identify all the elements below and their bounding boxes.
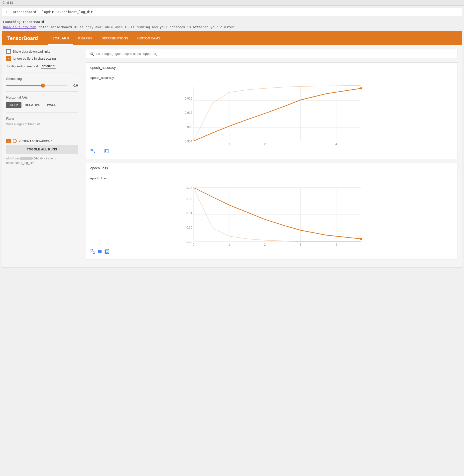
svg-text:1: 1 [229,142,230,146]
filter-bar: 🔍 [86,49,458,58]
show-download-row: Show data download links [6,49,78,54]
run-checkbox[interactable] [6,139,11,143]
svg-text:0.32: 0.32 [186,197,192,201]
tab-graphs[interactable]: GRAPHS [73,32,97,45]
run-row: 20200717-180743/train [6,139,78,143]
svg-text:4: 4 [336,142,337,146]
epoch-loss-controls [90,247,454,257]
divider-1 [6,73,78,73]
smoothing-label: Smoothing [6,77,78,81]
svg-text:0.29: 0.29 [186,240,192,244]
epoch-loss-chart: 0.29 0.30 0.31 0.32 0.33 0 1 2 3 4 [90,182,454,247]
expand-button-loss[interactable] [90,249,95,255]
svg-text:0: 0 [193,243,195,246]
search-icon: 🔍 [89,51,94,56]
svg-text:0: 0 [193,142,195,146]
ignore-outliers-checkbox[interactable] [6,56,11,61]
h-axis-label: Horizontal Axis [6,96,78,99]
tooltip-select[interactable]: default ▼ [41,64,56,69]
epoch-loss-card: epoch_loss [86,173,458,259]
runs-path: /dbfs/user/xxxxxxxx@databricks.com/tenso… [6,156,78,165]
axis-relative-button[interactable]: RELATIVE [21,102,44,108]
run-circle [13,139,17,143]
tb-body: Show data download links Ignore outliers… [2,45,462,267]
svg-text:0.904: 0.904 [185,140,192,143]
show-download-label: Show data download links [13,50,50,53]
fit-button-loss[interactable] [104,249,109,255]
smoothing-value: 0.6 [70,84,78,87]
note-text: Note: Tensorboard UI is only available w… [39,25,234,29]
tab-scalars[interactable]: SCALARS [48,32,73,45]
tb-logo: TensorBoard [7,35,38,41]
smoothing-slider-fill [6,85,43,86]
smoothing-slider-container: 0.6 [6,84,78,87]
tooltip-select-value: default [42,64,52,68]
epoch-accuracy-chart: 0.904 0.908 0.912 0.916 0 1 2 3 4 [90,82,454,146]
run-name: 20200717-180743/train [19,139,52,143]
epoch-accuracy-controls [90,146,454,157]
axis-wall-button[interactable]: WALL [43,102,59,108]
fit-button-accuracy[interactable] [104,148,109,155]
svg-point-51 [360,238,362,240]
data-button-loss[interactable] [97,249,102,255]
tooltip-dropdown-arrow: ▼ [53,65,55,67]
filter-tags-input[interactable] [96,52,455,56]
tab-histograms[interactable]: HISTOGRAMS [133,32,165,45]
line-number: 1 [5,10,10,14]
smoothing-slider-thumb[interactable] [41,84,45,88]
svg-rect-58 [106,250,108,253]
cell-content: 1 %tensorboard --logdir $experiment_log_… [2,8,462,16]
tab-distributions[interactable]: DISTRIBUTIONS [97,32,133,45]
ignore-outliers-label: Ignore outliers in chart scaling [13,57,56,60]
tb-header: TensorBoard SCALARS GRAPHS DISTRIBUTIONS… [2,31,462,45]
divider-3 [6,112,78,113]
toggle-all-runs-button[interactable]: TOGGLE ALL RUNS [6,145,78,154]
svg-point-20 [360,87,362,90]
runs-filter-input[interactable] [6,127,78,132]
window-title: Cmd 13 [2,1,13,4]
notebook-cell: 1 %tensorboard --logdir $experiment_log_… [2,8,462,16]
epoch-accuracy-chart-title: epoch_accuracy [90,76,454,80]
epoch-loss-section: epoch_loss epoch_loss [86,163,458,259]
svg-text:0.916: 0.916 [185,97,192,100]
svg-text:0.912: 0.912 [185,111,192,115]
data-button-accuracy[interactable] [97,148,102,155]
tb-main: 🔍 epoch_accuracy epoch_accuracy [82,45,462,267]
show-download-checkbox[interactable] [6,49,11,54]
svg-text:0.33: 0.33 [186,186,192,190]
epoch-loss-chart-title: epoch_loss [90,176,454,180]
svg-text:3: 3 [300,142,302,146]
output-area: Launching TensorBoard... Open in a new t… [0,18,464,31]
svg-text:3: 3 [300,243,302,246]
svg-text:2: 2 [264,142,266,146]
smoothing-slider-track[interactable] [6,85,67,86]
divider-2 [6,91,78,92]
open-in-new-tab-link[interactable]: Open in a new tab [3,25,36,29]
svg-rect-52 [91,249,93,251]
axis-step-button[interactable]: STEP [6,102,21,108]
svg-text:4: 4 [336,243,337,246]
svg-text:1: 1 [229,243,230,246]
svg-text:0.30: 0.30 [186,226,192,229]
tooltip-label: Tooltip sorting method: [6,64,39,68]
epoch-accuracy-svg: 0.904 0.908 0.912 0.916 0 1 2 3 4 [90,82,454,146]
svg-rect-29 [106,150,108,152]
epoch-accuracy-title: epoch_accuracy [86,63,458,73]
runs-label: Runs [6,117,78,120]
divider-4 [6,136,78,136]
epoch-loss-title: epoch_loss [86,163,458,173]
epoch-accuracy-section: epoch_accuracy epoch_accuracy [86,62,458,159]
tb-nav: SCALARS GRAPHS DISTRIBUTIONS HISTOGRAMS [48,32,165,45]
h-axis-buttons: STEP RELATIVE WALL [6,102,78,108]
svg-rect-53 [93,252,95,253]
tooltip-row: Tooltip sorting method: default ▼ [6,64,78,69]
runs-filter-label: Write a regex to filter runs [6,122,78,126]
svg-text:2: 2 [264,243,266,246]
launching-text: Launching TensorBoard... [3,20,461,24]
epoch-loss-svg: 0.29 0.30 0.31 0.32 0.33 0 1 2 3 4 [90,182,454,247]
cell-code[interactable]: %tensorboard --logdir $experiment_log_di… [13,10,459,14]
epoch-accuracy-card: epoch_accuracy [86,73,458,159]
tensorboard-widget: TensorBoard SCALARS GRAPHS DISTRIBUTIONS… [2,31,462,268]
svg-text:0.908: 0.908 [185,125,192,129]
expand-button-accuracy[interactable] [90,148,95,155]
